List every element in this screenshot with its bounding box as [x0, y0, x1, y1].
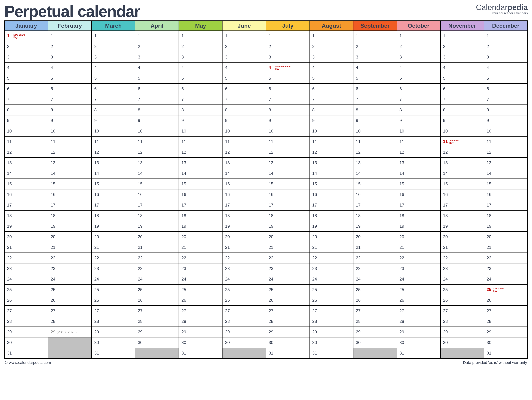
day-number: 23: [94, 266, 100, 271]
day-number: 17: [51, 203, 56, 208]
day-cell: 7: [440, 94, 484, 105]
day-number: 30: [443, 340, 448, 345]
day-number: 10: [269, 129, 274, 134]
day-cell: 6: [4, 84, 48, 94]
day-cell: 3: [397, 52, 440, 62]
day-number: 28: [138, 319, 143, 324]
day-row: 171717171717171717171717: [4, 200, 528, 210]
day-cell: 21: [92, 242, 135, 253]
day-number: 4: [356, 65, 361, 70]
day-cell: 5: [440, 73, 484, 84]
day-cell: 21: [484, 242, 528, 253]
day-number: 28: [269, 319, 274, 324]
day-cell: 18: [484, 210, 528, 221]
day-number: 16: [94, 192, 100, 197]
day-cell: 17: [353, 200, 397, 210]
day-cell: 13: [266, 158, 310, 168]
day-number: 17: [181, 203, 187, 208]
day-cell: 30: [92, 337, 135, 348]
day-cell: 10: [440, 126, 484, 136]
day-cell: 4: [440, 62, 484, 73]
day-cell: 5: [353, 73, 397, 84]
day-number: 29: [51, 330, 56, 334]
day-cell: 22: [440, 253, 484, 263]
day-number: 22: [356, 256, 361, 260]
day-number: 10: [312, 129, 318, 134]
day-cell: 28: [48, 316, 92, 327]
day-number: 2: [356, 44, 361, 49]
day-cell: 10: [135, 126, 179, 136]
day-cell: 14: [222, 168, 266, 179]
day-cell: 20: [266, 232, 310, 242]
day-number: 3: [7, 55, 12, 60]
day-cell: 16: [4, 189, 48, 200]
day-row: 141414141414141414141414: [4, 168, 528, 179]
day-number: 7: [225, 97, 230, 102]
day-number: 17: [443, 203, 448, 208]
day-cell: 18: [48, 210, 92, 221]
day-cell: 12: [48, 147, 92, 158]
day-number: 4: [181, 65, 187, 70]
day-cell: 28: [179, 316, 222, 327]
day-number: 9: [312, 118, 318, 123]
day-number: 26: [7, 298, 12, 303]
day-cell: 8: [484, 105, 528, 115]
day-cell: 19: [397, 221, 440, 232]
day-number: 25: [443, 287, 448, 292]
day-row: 555555555555: [4, 73, 528, 84]
day-number: 16: [51, 192, 56, 197]
day-cell: 17: [310, 200, 353, 210]
day-number: 18: [312, 213, 318, 218]
footer-left: © www.calendarpedia.com: [5, 360, 51, 365]
day-number: 2: [312, 44, 318, 49]
day-row: 282828282828282828282828: [4, 316, 528, 327]
day-number: 19: [51, 224, 56, 229]
day-number: 18: [138, 213, 143, 218]
day-number: 15: [269, 181, 274, 186]
day-number: 27: [487, 308, 492, 313]
day-number: 19: [312, 224, 318, 229]
day-cell: 21: [353, 242, 397, 253]
day-cell: 20: [48, 232, 92, 242]
day-number: 2: [181, 44, 187, 49]
day-number: 18: [487, 213, 492, 218]
day-cell: 24: [135, 274, 179, 284]
day-cell: 16: [440, 189, 484, 200]
day-cell: 17: [135, 200, 179, 210]
day-number: 28: [487, 319, 492, 324]
holiday-label: New Year'sDay: [13, 34, 25, 38]
day-number: 13: [181, 160, 187, 165]
day-number: 29: [181, 330, 187, 334]
day-number: 26: [487, 298, 492, 303]
day-cell: 3: [310, 52, 353, 62]
day-cell: 20: [397, 232, 440, 242]
day-cell: 21: [48, 242, 92, 253]
day-number: 22: [225, 256, 230, 260]
day-cell: 10: [222, 126, 266, 136]
day-number: 24: [7, 277, 12, 282]
day-cell: 14: [135, 168, 179, 179]
day-cell: 2: [266, 41, 310, 52]
day-cell: 30: [310, 337, 353, 348]
day-cell: 28: [310, 316, 353, 327]
day-number: 29: [7, 330, 12, 334]
day-cell: 15: [397, 179, 440, 189]
day-number: 18: [356, 213, 361, 218]
day-number: 8: [487, 107, 492, 112]
day-number: 7: [51, 97, 56, 102]
day-number: 22: [269, 256, 274, 260]
day-number: 4: [225, 65, 230, 70]
day-number: 24: [181, 277, 187, 282]
day-cell: 5: [266, 73, 310, 84]
day-number: 10: [487, 129, 492, 134]
day-number: 7: [356, 97, 361, 102]
day-cell: 17: [4, 200, 48, 210]
month-header: August: [310, 21, 353, 31]
day-number: 10: [138, 129, 143, 134]
day-number: 26: [443, 298, 448, 303]
day-number: 13: [269, 160, 274, 165]
day-number: 22: [7, 256, 12, 260]
day-cell: 11: [310, 136, 353, 147]
day-number: 8: [312, 107, 318, 112]
calendar-body: 1New Year'sDay11111111111222222222222333…: [4, 31, 528, 358]
